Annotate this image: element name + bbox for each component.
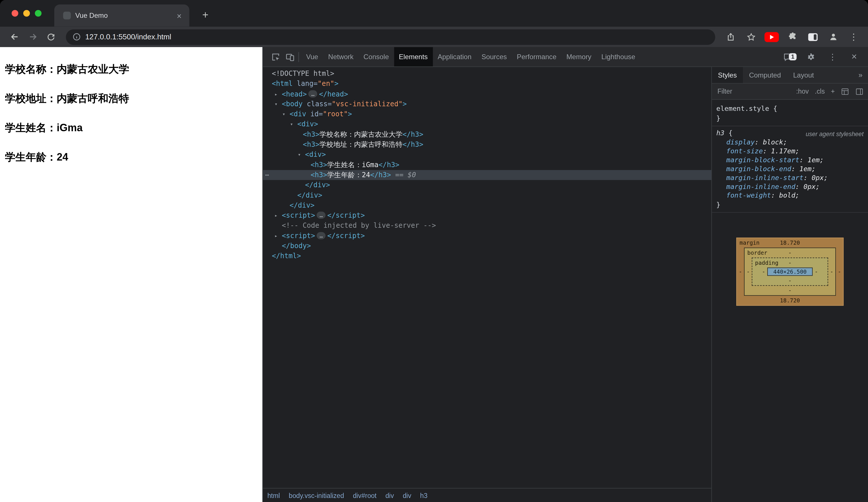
dom-tree-row[interactable]: </html> [263, 251, 711, 261]
window-close-button[interactable] [11, 10, 18, 17]
devtools-tab-memory[interactable]: Memory [561, 47, 597, 66]
dom-tree-row[interactable]: <h3>学生姓名：iGma</h3> [263, 160, 711, 170]
css-rule-element-style[interactable]: element.style { } [712, 102, 868, 126]
inline-expand-icon[interactable]: … [317, 232, 326, 239]
styles-sidebar-tab-computed[interactable]: Computed [743, 67, 787, 83]
breadcrumb-item[interactable]: div [385, 492, 394, 499]
dom-tree-row[interactable]: </div> [263, 201, 711, 211]
dom-tree-row[interactable]: <h3>学校地址：内蒙古呼和浩特</h3> [263, 140, 711, 150]
dom-tree-row[interactable]: <html lang="en"> [263, 79, 711, 89]
breadcrumb-item[interactable]: html [267, 492, 280, 499]
expand-arrow-icon[interactable]: ▾ [290, 120, 293, 130]
code-token-tag: <div> [305, 150, 326, 158]
inline-expand-icon[interactable]: … [309, 90, 318, 98]
browser-tab[interactable]: Vue Demo × [54, 4, 189, 27]
box-model-margin[interactable]: margin18.720 - border- - padding- [736, 237, 844, 306]
box-model-content[interactable]: 440×26.500 [767, 267, 813, 276]
close-icon: × [851, 53, 857, 61]
devtools-tab-performance[interactable]: Performance [512, 47, 561, 66]
hover-state-toggle[interactable]: :hov [796, 88, 809, 95]
breadcrumb-item[interactable]: body.vsc-initialized [289, 492, 344, 499]
box-model[interactable]: margin18.720 - border- - padding- [736, 237, 844, 306]
devtools-tab-sources[interactable]: Sources [476, 47, 512, 66]
dom-tree-row[interactable]: ▾<div> [263, 120, 711, 130]
new-style-rule-button[interactable]: + [831, 88, 835, 95]
side-panel-button[interactable] [805, 29, 820, 44]
dom-tree-row[interactable]: ▾<div id="root"> [263, 109, 711, 119]
css-property[interactable]: font-size: 1.17em; [726, 147, 864, 156]
expand-arrow-icon[interactable]: ▾ [282, 109, 285, 119]
css-property[interactable]: display: block; [726, 138, 864, 147]
inspect-element-button[interactable] [268, 50, 283, 64]
css-property[interactable]: margin-inline-start: 0px; [726, 173, 864, 182]
breadcrumb-item[interactable]: div#root [353, 492, 376, 499]
devtools-menu-button[interactable]: ⋮ [825, 50, 840, 64]
devtools-settings-button[interactable] [804, 50, 818, 64]
dom-tree-row[interactable]: ▾<div> [263, 150, 711, 160]
dom-tree-row[interactable]: </div> [263, 191, 711, 201]
dom-tree-row[interactable]: <!-- Code injected by live-server --> [263, 221, 711, 230]
css-rule-h3[interactable]: user agent stylesheet h3 { display: bloc… [712, 126, 868, 213]
breadcrumb-item[interactable]: div [403, 492, 411, 499]
browser-menu-button[interactable]: ⋮ [846, 29, 861, 44]
styles-sidebar-tab-styles[interactable]: Styles [712, 67, 743, 83]
reload-button[interactable] [43, 29, 59, 44]
rendering-emulation-icon[interactable] [841, 87, 849, 96]
youtube-extension-button[interactable] [764, 29, 779, 44]
expand-arrow-icon[interactable]: ▸ [275, 231, 278, 241]
window-zoom-button[interactable] [35, 10, 41, 17]
css-property[interactable]: margin-block-end: 1em; [726, 165, 864, 173]
css-property[interactable]: margin-block-start: 1em; [726, 156, 864, 165]
code-token-tag: <h3> [303, 130, 320, 139]
breadcrumb-item[interactable]: h3 [420, 492, 428, 499]
devtools-tab-elements[interactable]: Elements [394, 47, 433, 66]
styles-sidebar: StylesComputedLayout » :hov .cls + eleme… [711, 67, 868, 502]
more-tabs-icon[interactable]: » [853, 71, 868, 79]
box-model-padding[interactable]: padding- - 440×26.500 - - [752, 258, 828, 286]
dom-tree-row[interactable]: </div> [263, 180, 711, 190]
share-button[interactable] [723, 29, 738, 44]
dom-tree-row[interactable]: ▾<body class="vsc-initialized"> [263, 99, 711, 109]
box-model-border[interactable]: border- - padding- - 440×26.500 [744, 247, 836, 296]
code-token-tag: </h3> [379, 161, 400, 169]
class-toggle[interactable]: .cls [815, 88, 825, 95]
expand-arrow-icon[interactable]: ▾ [275, 99, 278, 109]
inline-expand-icon[interactable]: … [317, 212, 326, 219]
new-tab-button[interactable]: + [198, 8, 213, 22]
styles-sidebar-tab-layout[interactable]: Layout [787, 67, 820, 83]
dom-tree-row[interactable]: </body> [263, 241, 711, 251]
site-info-icon[interactable] [73, 33, 81, 41]
bookmark-button[interactable] [743, 29, 759, 44]
dom-tree-row[interactable]: ⋯<h3>学生年龄：24</h3> == $0 [263, 170, 711, 180]
extensions-button[interactable] [785, 29, 800, 44]
devtools-tab-application[interactable]: Application [433, 47, 476, 66]
devtools-tab-lighthouse[interactable]: Lighthouse [597, 47, 640, 66]
dom-tree-row[interactable]: <h3>学校名称：内蒙古农业大学</h3> [263, 130, 711, 140]
dom-tree-row[interactable]: ▸<head>…</head> [263, 89, 711, 99]
window-minimize-button[interactable] [23, 10, 30, 17]
dom-tree-row[interactable]: ▸<script>…</script> [263, 231, 711, 241]
dom-tree-row[interactable]: <!DOCTYPE html> [263, 69, 711, 79]
css-property[interactable]: margin-inline-end: 0px; [726, 182, 864, 191]
issues-button[interactable]: 1 [783, 50, 796, 64]
forward-button[interactable] [25, 29, 41, 44]
css-rules: element.style { } user agent stylesheet … [712, 100, 868, 213]
devtools-tab-vue[interactable]: Vue [301, 47, 323, 66]
computed-sidebar-toggle-icon[interactable] [855, 87, 864, 96]
address-bar[interactable]: 127.0.0.1:5500/index.html [66, 29, 715, 44]
devtools-close-button[interactable]: × [847, 50, 861, 64]
devtools-tab-network[interactable]: Network [323, 47, 359, 66]
expand-arrow-icon[interactable]: ▸ [275, 89, 278, 99]
dom-tree-row[interactable]: ▸<script>…</script> [263, 211, 711, 221]
profile-button[interactable] [825, 29, 841, 44]
row-actions-icon[interactable]: ⋯ [265, 170, 269, 180]
css-property[interactable]: font-weight: bold; [726, 191, 864, 200]
styles-filter-input[interactable] [716, 87, 766, 96]
devtools-tab-console[interactable]: Console [359, 47, 394, 66]
expand-arrow-icon[interactable]: ▸ [275, 211, 278, 221]
expand-arrow-icon[interactable]: ▾ [298, 150, 301, 160]
back-button[interactable] [7, 29, 22, 44]
device-toolbar-button[interactable] [283, 50, 297, 64]
css-property-name: margin-inline-start [726, 174, 803, 182]
tab-close-icon[interactable]: × [175, 10, 184, 21]
